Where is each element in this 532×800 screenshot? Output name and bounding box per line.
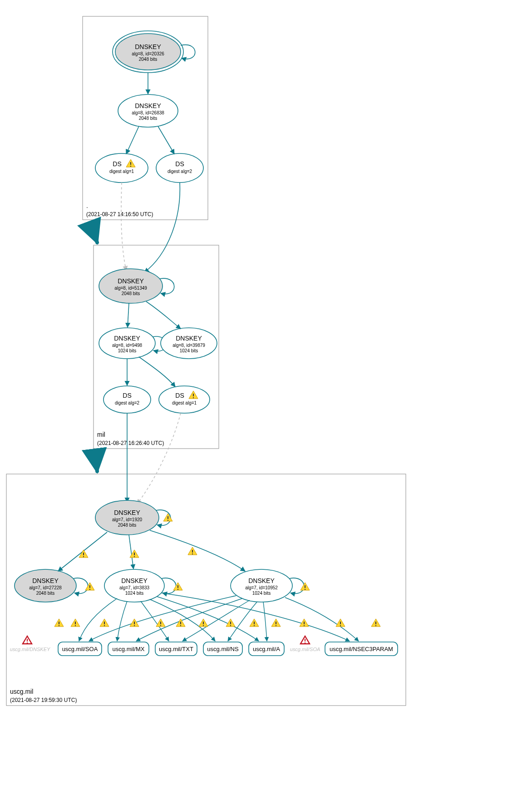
node-mil-ksk[interactable]: DNSKEY alg=8, id=51349 2048 bits bbox=[99, 269, 163, 303]
svg-point-13 bbox=[159, 386, 210, 413]
warning-icon bbox=[173, 583, 182, 590]
edge bbox=[141, 601, 169, 641]
rr-soa[interactable]: uscg.mil/SOA bbox=[58, 642, 102, 656]
svg-point-12 bbox=[103, 386, 151, 413]
warning-icon bbox=[271, 619, 281, 627]
edge bbox=[146, 301, 181, 329]
edge bbox=[117, 601, 127, 641]
label: 2048 bits bbox=[122, 291, 140, 296]
warning-icon bbox=[54, 619, 64, 627]
edge bbox=[158, 126, 174, 154]
rr-a[interactable]: uscg.mil/A bbox=[249, 642, 284, 656]
edge bbox=[128, 303, 129, 327]
label: 1024 bits bbox=[118, 348, 137, 353]
label: alg=8, id=20326 bbox=[132, 51, 164, 56]
label: alg=8, id=39879 bbox=[172, 343, 205, 348]
label: 2048 bits bbox=[118, 523, 137, 528]
label: alg=7, id=10952 bbox=[245, 585, 278, 590]
label: 2048 bits bbox=[36, 591, 55, 596]
label: uscg.mil/NSEC3PARAM bbox=[330, 646, 393, 652]
edge bbox=[285, 598, 359, 641]
label: uscg.mil/A bbox=[253, 646, 280, 652]
rr-mx[interactable]: uscg.mil/MX bbox=[108, 642, 149, 656]
node-mil-ds1[interactable]: DS digest alg=1 bbox=[159, 386, 210, 413]
svg-point-7 bbox=[95, 153, 148, 183]
label: DNSKEY bbox=[176, 335, 202, 342]
label: alg=7, id=3833 bbox=[119, 585, 150, 590]
node-uscg-ksk[interactable]: DNSKEY alg=7, id=1920 2048 bits bbox=[95, 500, 159, 535]
node-root-zsk[interactable]: DNSKEY alg=8, id=26838 2048 bits bbox=[118, 94, 178, 127]
node-root-ds2[interactable]: DS digest alg=2 bbox=[156, 153, 203, 183]
label: 1024 bits bbox=[125, 591, 144, 596]
error-icon bbox=[23, 636, 32, 644]
warning-icon bbox=[100, 619, 109, 627]
zone-label-mil: mil bbox=[97, 431, 105, 438]
label: DNSKEY bbox=[32, 577, 59, 584]
label: 2048 bits bbox=[139, 116, 158, 121]
zone-label-root: . bbox=[86, 202, 88, 209]
edge-dashed bbox=[137, 413, 181, 504]
zone-ts-root: (2021-08-27 14:16:50 UTC) bbox=[86, 211, 153, 217]
warning-icon bbox=[226, 619, 235, 627]
label: alg=8, id=51349 bbox=[114, 286, 147, 291]
edge bbox=[150, 530, 245, 571]
zone-ts-mil: (2021-08-27 16:26:40 UTC) bbox=[97, 440, 164, 446]
label: DNSKEY bbox=[114, 335, 140, 342]
label: DNSKEY bbox=[114, 509, 140, 516]
node-uscg-z1[interactable]: DNSKEY alg=7, id=3833 1024 bits bbox=[104, 569, 164, 602]
faded-dnskey: uscg.mil/DNSKEY bbox=[10, 647, 50, 652]
warning-icon bbox=[188, 547, 197, 555]
label: alg=8, id=9498 bbox=[112, 343, 143, 348]
label: digest alg=1 bbox=[172, 400, 197, 405]
warning-icon bbox=[371, 619, 380, 627]
warning-icon bbox=[300, 619, 309, 627]
warning-icon bbox=[156, 619, 165, 627]
label: digest alg=2 bbox=[167, 169, 192, 174]
edge bbox=[144, 183, 180, 272]
edge bbox=[126, 126, 139, 154]
label: uscg.mil/SOA bbox=[62, 646, 98, 652]
node-mil-zsk2[interactable]: DNSKEY alg=8, id=39879 1024 bits bbox=[161, 328, 217, 359]
label: 1024 bits bbox=[180, 348, 198, 353]
node-root-ksk[interactable]: DNSKEY alg=8, id=20326 2048 bits bbox=[113, 31, 183, 73]
zone-arrow bbox=[95, 221, 97, 242]
label: uscg.mil/TXT bbox=[159, 646, 193, 652]
node-mil-zsk1[interactable]: DNSKEY alg=8, id=9498 1024 bits bbox=[99, 328, 155, 359]
node-mil-ds2[interactable]: DS digest alg=2 bbox=[103, 386, 151, 413]
label: alg=7, id=1920 bbox=[112, 517, 143, 522]
label: digest alg=1 bbox=[109, 169, 134, 174]
rr-nsec3[interactable]: uscg.mil/NSEC3PARAM bbox=[325, 642, 398, 656]
label: uscg.mil/MX bbox=[113, 646, 145, 652]
edge-dashed bbox=[121, 183, 126, 271]
label: DNSKEY bbox=[248, 577, 275, 584]
warning-icon bbox=[336, 619, 345, 627]
rr-ns[interactable]: uscg.mil/NS bbox=[203, 642, 242, 656]
zone-label-uscg: uscg.mil bbox=[10, 688, 33, 695]
node-uscg-z2[interactable]: DNSKEY alg=7, id=10952 1024 bits bbox=[231, 569, 292, 602]
edge bbox=[79, 598, 117, 641]
label: DS bbox=[123, 392, 131, 399]
label: 1024 bits bbox=[252, 591, 271, 596]
label: alg=8, id=26838 bbox=[132, 110, 164, 115]
warning-icon bbox=[85, 583, 94, 590]
label: digest alg=2 bbox=[115, 400, 140, 405]
edge bbox=[129, 535, 133, 569]
warning-icon bbox=[250, 619, 259, 627]
label: DNSKEY bbox=[135, 43, 161, 50]
zone-ts-uscg: (2021-08-27 19:59:30 UTC) bbox=[10, 697, 77, 703]
warning-icon bbox=[130, 619, 139, 627]
warning-icon bbox=[176, 619, 185, 627]
edge bbox=[139, 357, 175, 387]
svg-point-8 bbox=[156, 153, 203, 183]
node-root-ds1[interactable]: DS digest alg=1 bbox=[95, 153, 148, 183]
rr-txt[interactable]: uscg.mil/TXT bbox=[155, 642, 197, 656]
node-uscg-k2[interactable]: DNSKEY alg=7, id=27228 2048 bits bbox=[15, 569, 76, 602]
label: DNSKEY bbox=[121, 577, 148, 584]
label: DNSKEY bbox=[135, 102, 161, 109]
label: DS bbox=[175, 392, 184, 399]
label: DNSKEY bbox=[118, 277, 144, 285]
zone-arrow bbox=[97, 449, 102, 471]
label: uscg.mil/NS bbox=[207, 646, 239, 652]
warning-icon bbox=[163, 514, 172, 521]
faded-soa: uscg.mil/SOA bbox=[290, 647, 320, 652]
